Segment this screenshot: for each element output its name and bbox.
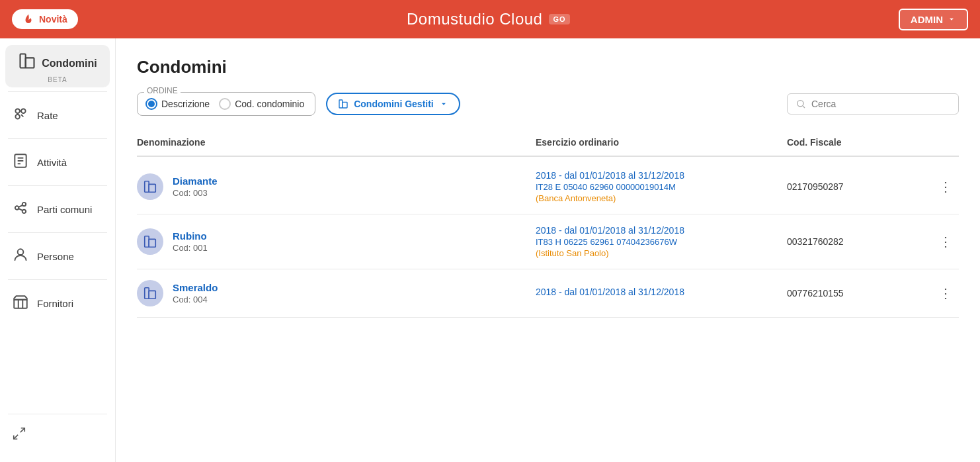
collapse-icon [12,426,26,443]
svg-point-18 [15,206,19,209]
sidebar-item-label-condomini: Condomini [42,58,97,69]
radio-label-cod: Cod. condominio [235,99,304,109]
sidebar-item-fornitori[interactable]: Fornitori [0,284,115,322]
go-badge: GO [549,14,569,24]
filter-dropdown-label: Condomini Gestiti [354,99,434,109]
search-icon [796,99,806,109]
condo-cell-smeraldo: Smeraldo Cod: 004 [137,280,536,306]
svg-point-10 [15,115,20,119]
more-button-rubino[interactable]: ⋮ [932,231,959,252]
app-title: Domustudio Cloud [407,10,542,28]
sidebar-divider-1 [8,91,107,92]
sidebar-divider-5 [8,279,107,280]
novita-label: Novità [39,14,67,24]
svg-line-13 [21,115,23,116]
condo-cod-diamante: Cod: 003 [173,188,218,198]
svg-point-20 [22,210,26,213]
svg-line-28 [14,435,18,439]
condo-name-smeraldo[interactable]: Smeraldo [173,282,218,293]
svg-rect-33 [145,181,149,193]
svg-rect-37 [145,288,149,299]
table-header: Denominazione Esercizio ordinario Cod. F… [137,134,959,157]
condo-avatar-diamante [137,173,163,200]
admin-button[interactable]: ADMIN [899,9,968,30]
exercise-iban-diamante: IT28 E 05040 62960 00000019014M [536,182,787,192]
sidebar-item-label-parti-comuni: Parti comuni [37,204,92,215]
svg-rect-36 [149,239,155,247]
condo-name-diamante[interactable]: Diamante [173,175,218,187]
condomini-icon [18,52,36,75]
col-header-actions [932,134,959,150]
svg-rect-35 [145,236,149,248]
dropdown-chevron-icon [439,99,448,109]
search-input[interactable] [811,99,950,109]
page-title: Condomini [137,57,959,77]
radio-label-descrizione: Descrizione [161,99,210,109]
exercise-link-rubino[interactable]: 2018 - dal 01/01/2018 al 31/12/2018 [536,225,787,236]
header-title: Domustudio Cloud GO [407,10,570,28]
exercise-bank-rubino: (Istituto San Paolo) [536,248,787,258]
sidebar-bottom [0,411,115,462]
sidebar-item-label-fornitori: Fornitori [37,298,73,309]
exercise-bank-diamante: (Banca Antonveneta) [536,193,787,203]
filter-bar: ORDINE Descrizione Cod. condominio Condo… [137,92,959,116]
sidebar-divider-2 [8,138,107,139]
sidebar-item-parti-comuni[interactable]: Parti comuni [0,190,115,228]
novita-button[interactable]: Novità [12,9,78,29]
flame-icon [22,13,34,25]
svg-point-23 [18,249,24,255]
radio-descrizione[interactable]: Descrizione [145,98,210,110]
svg-line-21 [19,205,22,207]
sidebar-item-condomini[interactable]: Condomini BETA [5,45,110,87]
sidebar-item-attivita[interactable]: Attività [0,143,115,181]
search-box [787,93,959,115]
svg-rect-34 [149,184,155,192]
attivita-icon [12,152,29,172]
radio-circle-cod [219,98,231,110]
condo-cell-diamante: Diamante Cod: 003 [137,173,536,200]
condo-info-smeraldo: Smeraldo Cod: 004 [173,282,218,304]
sidebar-item-rate[interactable]: Rate [0,96,115,134]
top-header: Novità Domustudio Cloud GO ADMIN [0,0,980,38]
sidebar-item-persone[interactable]: Persone [0,237,115,275]
svg-rect-29 [339,100,343,108]
sidebar-item-label-rate: Rate [37,110,58,121]
svg-rect-0 [20,54,26,68]
fiscal-code-rubino: 00321760282 [787,236,932,247]
building-icon-row [143,286,157,300]
exercise-link-diamante[interactable]: 2018 - dal 01/01/2018 al 31/12/2018 [536,170,787,181]
sidebar-item-label-attivita: Attività [37,157,67,168]
radio-cod-condominio[interactable]: Cod. condominio [219,98,304,110]
sidebar-item-label-persone: Persone [37,251,74,262]
condomini-gestiti-dropdown[interactable]: Condomini Gestiti [326,93,460,115]
admin-label: ADMIN [911,14,943,25]
more-button-diamante[interactable]: ⋮ [932,176,959,197]
rate-icon [12,105,29,125]
fornitori-icon [12,293,29,313]
table-row: Smeraldo Cod: 004 2018 - dal 01/01/2018 … [137,269,959,318]
col-header-esercizio: Esercizio ordinario [536,134,787,150]
sidebar-divider-3 [8,185,107,186]
more-button-smeraldo[interactable]: ⋮ [932,283,959,304]
svg-rect-30 [343,102,347,108]
condo-cod-rubino: Cod: 001 [173,243,208,253]
parti-comuni-icon [12,199,29,219]
svg-point-9 [21,109,26,113]
ordine-group: ORDINE Descrizione Cod. condominio [137,92,315,116]
condo-name-rubino[interactable]: Rubino [173,230,208,242]
exercise-link-smeraldo[interactable]: 2018 - dal 01/01/2018 al 31/12/2018 [536,287,787,297]
exercise-cell-rubino: 2018 - dal 01/01/2018 al 31/12/2018 IT83… [536,225,787,258]
main-content: Condomini ORDINE Descrizione Cod. condom… [116,38,980,462]
sidebar-item-collapse[interactable] [0,417,115,453]
exercise-cell-smeraldo: 2018 - dal 01/01/2018 al 31/12/2018 [536,287,787,300]
table-row: Rubino Cod: 001 2018 - dal 01/01/2018 al… [137,214,959,269]
radio-circle-descrizione [145,98,157,110]
fiscal-code-diamante: 02170950287 [787,181,932,192]
building-icon [18,52,36,70]
filter-building-icon [338,99,348,109]
svg-line-27 [20,428,24,432]
condo-info-diamante: Diamante Cod: 003 [173,175,218,198]
col-header-fiscal: Cod. Fiscale [787,134,932,150]
svg-point-31 [797,101,803,107]
svg-rect-24 [14,300,27,308]
